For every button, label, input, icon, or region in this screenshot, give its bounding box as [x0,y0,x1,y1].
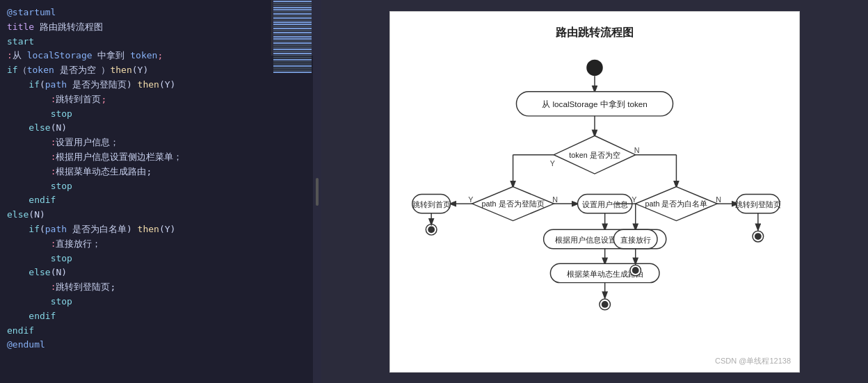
code-line: stop [7,107,306,122]
code-line: else(N) [7,208,306,222]
code-line: if(path 是否为登陆页) then(Y) [7,78,306,92]
start-node [586,59,602,75]
d1-y-label: Y [550,159,555,168]
watermark-text: CSDN @单线程12138 [715,356,791,366]
code-line: stop [7,179,306,194]
d1-n-label: N [634,145,640,154]
code-line: endif [7,324,306,339]
d3-y-label: Y [632,195,636,204]
diagram-panel: 路由跳转流程图 从 localStorage 中拿到 token token 是… [321,0,868,383]
stop4-inner [755,233,762,240]
code-line: :跳转到登陆页; [7,280,306,295]
code-line: :直接放行； [7,237,306,252]
code-line: start [7,35,306,49]
d2-y-label: Y [468,195,473,204]
panel-divider[interactable] [313,0,321,383]
code-line: stop [7,252,306,266]
diamond1-label: token 是否为空 [569,150,620,158]
d3-n-label: N [716,195,721,204]
code-line: title 路由跳转流程图 [7,20,306,35]
stop1-inner [428,226,435,233]
node2-label: 设置用户信息 [582,200,628,209]
diagram-title: 路由跳转流程图 [404,26,785,40]
code-line: endif [7,193,306,208]
d2-n-label: N [552,195,558,204]
step1-label: 从 localStorage 中拿到 token [542,99,648,108]
code-line: :跳转到首页; [7,92,306,107]
code-line: :根据菜单动态生成路由; [7,165,306,179]
code-line: :设置用户信息； [7,136,306,150]
code-line: else(N) [7,266,306,280]
stop3-inner [632,267,639,274]
code-line: stop [7,295,306,309]
code-editor[interactable]: @startuml title 路由跳转流程图 start :从 localSt… [0,0,313,383]
stop2-inner [602,301,609,308]
code-line: :从 localStorage 中拿到 token; [7,49,306,63]
code-line: if（token 是否为空 ）then(Y) [7,63,306,78]
divider-handle [316,178,319,206]
diamond3-label: path 是否为白名单 [645,199,707,208]
diagram-container: 路由跳转流程图 从 localStorage 中拿到 token token 是… [389,11,800,373]
diamond2-label: path 是否为登陆页 [482,199,545,208]
code-line: if(path 是否为白名单) then(Y) [7,222,306,237]
code-line: :根据用户信息设置侧边栏菜单； [7,150,306,165]
code-line: else(N) [7,121,306,136]
code-line: endif [7,309,306,324]
node1-label: 跳转到首页 [412,200,451,209]
minimap [271,0,313,56]
code-line: @startuml [7,6,306,20]
node3-label: 直接放行 [620,235,651,243]
diagram-svg: 从 localStorage 中拿到 token token 是否为空 Y N … [404,47,785,367]
code-line: @enduml [7,338,306,352]
node4-label: 跳转到登陆页 [735,200,781,209]
